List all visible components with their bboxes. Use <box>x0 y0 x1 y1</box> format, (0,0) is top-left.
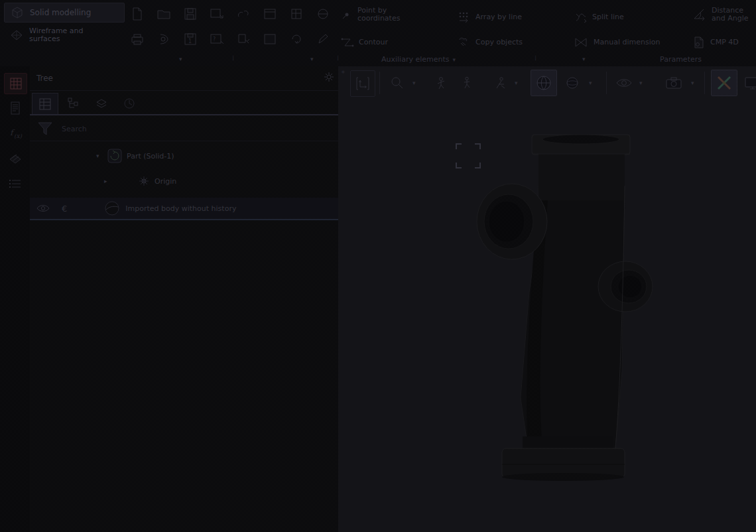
command-cmp-4d[interactable]: CMP 4D <box>692 31 755 54</box>
snapshot-button[interactable] <box>662 70 686 96</box>
open-folder-icon <box>157 7 171 21</box>
toolbar-handle-icon[interactable]: ⁞ <box>337 54 340 62</box>
tab-layers[interactable] <box>89 93 114 114</box>
dark-window-button[interactable] <box>260 29 280 49</box>
new-document-button[interactable] <box>127 4 147 24</box>
tree-panel-header: Tree <box>30 66 338 91</box>
tab-history[interactable] <box>117 93 142 114</box>
command-split-line[interactable]: Split line <box>574 5 691 29</box>
group-label: Parameters <box>660 55 702 64</box>
view-orientation-button[interactable] <box>313 4 333 24</box>
preview-button[interactable] <box>154 29 174 49</box>
command-point-by-coordinates[interactable]: Point by coordinates <box>341 3 452 27</box>
toolbar-handle-icon[interactable]: ⁞ <box>535 54 537 62</box>
render-mode-button[interactable] <box>531 70 557 96</box>
view-orientation-icon <box>316 7 330 21</box>
command-copy-objects[interactable]: Copy objects <box>458 31 572 54</box>
chevron-down-icon[interactable]: ▾ <box>515 80 518 86</box>
window-list-button[interactable] <box>260 4 280 24</box>
group-parameters[interactable]: Parameters <box>660 55 702 64</box>
grid-document-button[interactable] <box>286 4 306 24</box>
open-document-button[interactable] <box>154 4 174 24</box>
link-button[interactable] <box>233 4 253 24</box>
eye-icon <box>615 77 633 89</box>
coordinate-system-button[interactable] <box>350 70 375 97</box>
monitor-button[interactable] <box>741 70 756 96</box>
command-contour[interactable]: Contour <box>341 31 452 54</box>
svg-text:1: 1 <box>188 38 192 44</box>
shading-sphere-icon <box>564 75 580 91</box>
tree-row-part[interactable]: ▾ Part (Solid-1) <box>30 147 338 165</box>
distance-angle-icon <box>692 7 707 22</box>
tree-row-imported-body[interactable]: € Imported body without history <box>30 198 338 220</box>
zoom-button[interactable] <box>386 70 409 96</box>
command-manual-dimension[interactable]: Manual dimension <box>574 31 691 54</box>
layers-icon <box>94 96 109 111</box>
group-auxiliary-elements[interactable]: Auxiliary elements ▾ <box>381 55 456 64</box>
rotate-tool-button[interactable] <box>286 29 306 49</box>
list-icon <box>8 178 23 190</box>
workbench-solid-modelling[interactable]: Solid modelling <box>4 3 125 23</box>
pen-tool-button[interactable] <box>313 29 333 49</box>
tab-underline <box>30 114 338 115</box>
dock-model-tree-button[interactable] <box>4 73 27 94</box>
viewport-3d[interactable]: ∗ ▾ ▾ ▾ <box>338 66 756 532</box>
pipe-fitting-model[interactable] <box>438 106 676 531</box>
gear-icon[interactable] <box>324 72 334 82</box>
group-label: Auxiliary elements <box>381 55 450 64</box>
orbit-person-icon <box>433 75 449 91</box>
tab-structure[interactable] <box>32 93 58 115</box>
chevron-down-icon[interactable]: ▾ <box>412 80 416 86</box>
chevron-down-icon[interactable]: ▾ <box>179 56 182 62</box>
command-array-by-line[interactable]: Array by line <box>458 5 572 29</box>
measure-tool-button[interactable] <box>711 70 737 96</box>
materials-icon <box>8 151 23 166</box>
split-line-icon <box>574 11 588 24</box>
orbit-person-button[interactable] <box>430 70 452 96</box>
contour-icon <box>341 36 354 48</box>
tree-search-input[interactable] <box>60 124 315 134</box>
panel-title: Tree <box>36 74 53 83</box>
workbench-wireframe-surfaces[interactable]: Wireframe and surfaces <box>4 25 125 45</box>
sheet-settings-button[interactable] <box>233 29 253 49</box>
save-as-button[interactable]: 1 <box>180 29 200 49</box>
dock-list-button[interactable] <box>4 174 26 194</box>
status-e-icon: € <box>62 204 67 214</box>
tree-row-origin[interactable]: ▸ Origin <box>30 172 338 190</box>
shading-mode-button[interactable] <box>561 70 584 96</box>
expander-open-icon[interactable]: ▾ <box>96 153 104 159</box>
tab-hierarchy[interactable] <box>61 93 86 114</box>
visibility-button[interactable] <box>613 70 635 96</box>
structure-icon <box>38 97 52 111</box>
save-button[interactable] <box>180 4 200 24</box>
monitor-icon <box>744 76 756 90</box>
chevron-down-icon[interactable]: ▾ <box>691 80 694 86</box>
cmp-file-icon <box>692 36 706 49</box>
command-label: Contour <box>359 38 388 46</box>
viewport-corner-icon: ∗ <box>341 69 346 75</box>
chevron-down-icon[interactable]: ▾ <box>582 56 586 62</box>
window-list-icon <box>263 7 277 21</box>
visibility-eye-icon[interactable] <box>36 204 50 213</box>
command-distance-and-angle[interactable]: Distance and Angle <box>692 3 755 27</box>
chevron-down-icon[interactable]: ▾ <box>589 80 592 86</box>
selection-brackets <box>455 143 481 169</box>
dock-materials-button[interactable] <box>4 149 26 168</box>
chevron-down-icon[interactable]: ▾ <box>639 80 643 86</box>
dock-document-button[interactable] <box>4 98 26 118</box>
print-button[interactable] <box>127 29 147 49</box>
toolbar-handle-icon[interactable]: ⁞ <box>232 54 235 62</box>
filter-funnel-icon[interactable] <box>36 120 54 137</box>
chevron-down-icon[interactable]: ▾ <box>310 56 314 62</box>
svg-text:(x): (x) <box>14 133 23 139</box>
export-window-button[interactable] <box>207 4 227 24</box>
fly-person-button[interactable] <box>489 70 512 96</box>
dimension-icon <box>574 36 589 49</box>
origin-icon <box>139 176 149 186</box>
new-document-icon <box>131 7 144 21</box>
expander-closed-icon[interactable]: ▸ <box>104 178 112 184</box>
walk-person-button[interactable] <box>456 70 479 96</box>
link-icon <box>236 7 251 21</box>
properties-window-button[interactable]: ? <box>207 29 227 49</box>
dock-variables-button[interactable]: f(x) <box>4 123 26 143</box>
